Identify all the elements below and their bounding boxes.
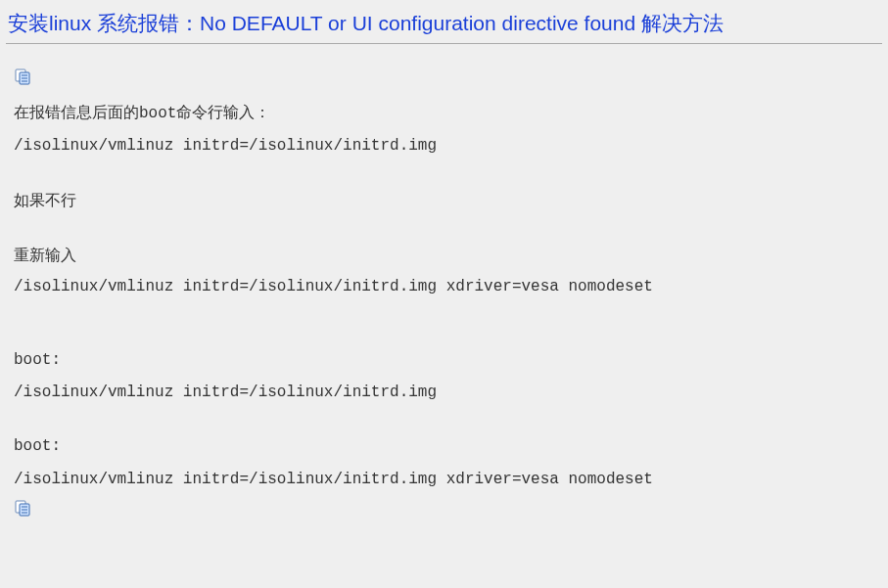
- copy-icon[interactable]: [14, 499, 31, 517]
- intro-suffix: 命令行输入：: [176, 104, 270, 120]
- page-title: 安装linux 系统报错：No DEFAULT or UI configurat…: [0, 0, 888, 43]
- article-content: 在报错信息后面的boot命令行输入： /isolinux/vmlinuz ini…: [0, 44, 888, 540]
- command-3: /isolinux/vmlinuz initrd=/isolinux/initr…: [14, 380, 874, 406]
- intro-line: 在报错信息后面的boot命令行输入：: [14, 99, 874, 127]
- intro-boot-word: boot: [139, 105, 176, 122]
- command-2: /isolinux/vmlinuz initrd=/isolinux/initr…: [14, 274, 874, 300]
- command-1: /isolinux/vmlinuz initrd=/isolinux/initr…: [14, 133, 874, 159]
- intro-prefix: 在报错信息后面的: [14, 104, 139, 120]
- boot-prompt-2: boot:: [14, 433, 874, 460]
- retype-line: 重新输入: [14, 242, 874, 268]
- boot-prompt-1: boot:: [14, 347, 874, 374]
- if-not-line: 如果不行: [14, 187, 874, 213]
- command-4: /isolinux/vmlinuz initrd=/isolinux/initr…: [14, 467, 874, 493]
- copy-icon[interactable]: [14, 68, 31, 85]
